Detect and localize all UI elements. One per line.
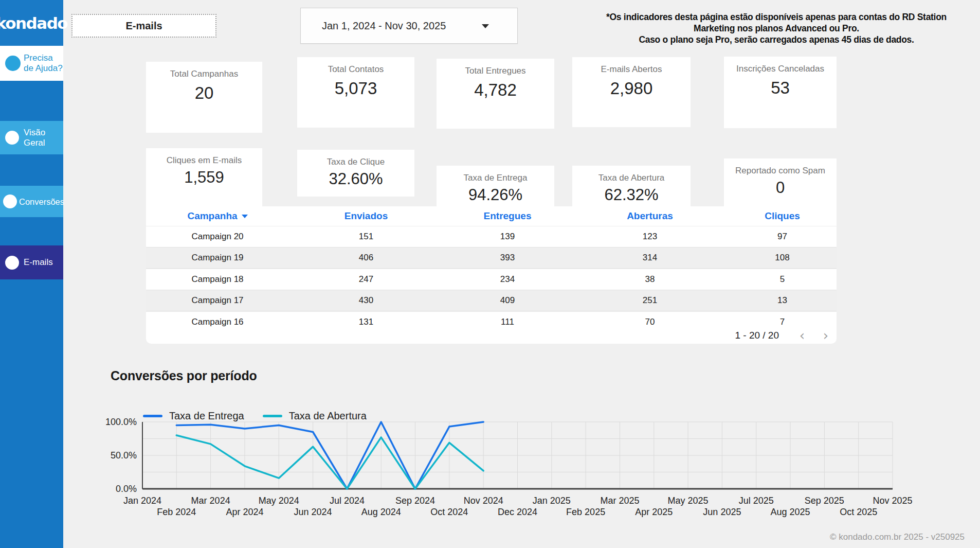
svg-text:Nov 2025: Nov 2025 [873,496,912,506]
svg-text:50.0%: 50.0% [111,450,137,461]
sidebar-item-label: E-mails [24,257,53,268]
cell-enviados: 430 [289,295,443,306]
kpi-label: Total Entregues [437,66,554,76]
pagination-next-icon[interactable]: › [818,328,833,343]
svg-text:May 2025: May 2025 [668,496,709,506]
column-header-campanha[interactable]: Campanha [146,210,289,222]
svg-text:Oct 2024: Oct 2024 [430,507,468,517]
table-row: Campaign 18 247 234 38 5 [146,269,837,290]
kpi-value: 62.32% [572,186,691,204]
campaigns-table: Campanha Enviados Entregues Aberturas Cl… [146,206,837,344]
kpi-value: 32.60% [297,170,414,188]
kpi-label: Total Campanhas [146,69,262,79]
kpi-emails-abertos: E-mails Abertos 2,980 [572,57,691,127]
sort-caret-icon [242,215,248,218]
cell-enviados: 151 [289,232,443,242]
kpi-value: 20 [146,83,262,103]
svg-text:Jul 2025: Jul 2025 [739,496,774,506]
cell-campanha: Campaign 20 [146,232,289,242]
svg-text:100.0%: 100.0% [105,417,137,427]
svg-text:Jul 2024: Jul 2024 [330,496,365,506]
svg-text:Apr 2025: Apr 2025 [635,507,673,517]
kpi-cliques-emails: Cliques em E-mails 1,559 [146,148,262,207]
kpi-total-campanhas: Total Campanhas 20 [146,62,262,133]
kpi-total-contatos: Total Contatos 5,073 [297,57,414,128]
table-row: Campaign 17 430 409 251 13 [146,290,837,311]
footer-copyright: © kondado.com.br 2025 - v250925 [830,532,965,542]
table-header-row: Campanha Enviados Entregues Aberturas Cl… [146,206,837,226]
pagination-range: 1 - 20 / 20 [735,330,779,341]
table-row: Campaign 19 406 393 314 108 [146,247,837,269]
column-header-cliques[interactable]: Cliques [728,210,837,222]
column-header-entregues[interactable]: Entregues [443,210,572,222]
chart-title: Conversões por período [111,368,257,383]
svg-text:Mar 2025: Mar 2025 [600,496,639,506]
sidebar-item-visao-geral[interactable]: Visão Geral [0,121,63,154]
conversions-line-chart: 0.0%50.0%100.0%Jan 2024Feb 2024Mar 2024A… [0,401,980,530]
dashboard-root: kondado Precisa de Ajuda? Visão Geral Co… [0,0,980,548]
cell-campanha: Campaign 17 [146,295,289,306]
sidebar-item-help[interactable]: Precisa de Ajuda? [0,46,63,81]
pagination-prev-icon[interactable]: ‹ [794,328,810,343]
page-title: E-mails [125,20,162,32]
cell-entregues: 139 [443,232,572,242]
kpi-value: 0 [724,179,837,197]
svg-text:Jun 2024: Jun 2024 [294,507,332,517]
kpi-value: 1,559 [146,168,262,187]
svg-text:Feb 2025: Feb 2025 [566,507,605,517]
logo-text: kondado [0,14,67,32]
cell-campanha: Campaign 16 [146,317,289,327]
svg-text:Aug 2024: Aug 2024 [361,507,401,517]
svg-text:Jan 2024: Jan 2024 [123,496,161,506]
column-header-aberturas[interactable]: Aberturas [572,210,728,222]
kpi-label: Taxa de Clique [297,157,414,167]
kpi-value: 53 [724,78,837,98]
cell-cliques: 97 [728,232,837,242]
kpi-value: 94.26% [437,186,554,204]
date-range-value: Jan 1, 2024 - Nov 30, 2025 [322,20,446,32]
kpi-value: 4,782 [437,80,554,100]
bullet-dot-icon [5,256,19,270]
svg-text:0.0%: 0.0% [116,484,137,494]
sidebar-item-label: Conversões [19,197,64,207]
column-header-enviados[interactable]: Enviados [289,210,443,222]
cell-enviados: 247 [289,274,443,285]
bullet-dot-icon [5,131,19,145]
svg-text:Oct 2025: Oct 2025 [840,507,877,517]
sidebar-item-emails[interactable]: E-mails [0,245,63,279]
help-dot-icon [5,56,21,71]
kpi-taxa-clique: Taxa de Clique 32.60% [297,150,414,197]
page-title-box: E-mails [71,14,216,38]
svg-text:Apr 2024: Apr 2024 [226,507,263,517]
sidebar-item-label: Visão Geral [24,128,45,148]
cell-entregues: 234 [443,274,572,285]
cell-entregues: 111 [443,317,572,327]
cell-cliques: 108 [728,253,837,263]
table-pagination: 1 - 20 / 20 ‹ › [146,328,837,344]
sidebar-item-conversoes[interactable]: Conversões [0,186,63,217]
svg-text:Mar 2024: Mar 2024 [191,496,230,506]
kpi-inscricoes-canceladas: Inscrições Canceladas 53 [724,57,837,128]
kpi-label: Taxa de Entrega [437,173,554,183]
cell-enviados: 406 [289,253,443,263]
cell-aberturas: 314 [572,253,728,263]
svg-text:Jun 2025: Jun 2025 [703,507,741,517]
kpi-reportado-spam: Reportado como Spam 0 [724,158,837,210]
cell-aberturas: 38 [572,274,728,285]
disclaimer-line: *Os indicadores desta página estão dispo… [573,11,979,23]
date-range-selector[interactable]: Jan 1, 2024 - Nov 30, 2025 [300,8,518,44]
sidebar-item-label: Precisa de Ajuda? [24,53,63,74]
svg-text:Feb 2024: Feb 2024 [157,507,196,517]
svg-text:Dec 2024: Dec 2024 [498,507,537,517]
cell-cliques: 5 [728,274,837,285]
cell-aberturas: 70 [572,317,728,327]
cell-campanha: Campaign 18 [146,274,289,285]
kpi-label: Taxa de Abertura [572,173,691,183]
kpi-value: 5,073 [297,79,414,98]
cell-cliques: 7 [728,317,837,327]
kpi-label: E-mails Abertos [572,64,691,75]
table-row: Campaign 20 151 139 123 97 [146,226,837,247]
svg-text:Jan 2025: Jan 2025 [533,496,571,506]
svg-text:Nov 2024: Nov 2024 [464,496,503,506]
chevron-down-icon [482,24,489,28]
